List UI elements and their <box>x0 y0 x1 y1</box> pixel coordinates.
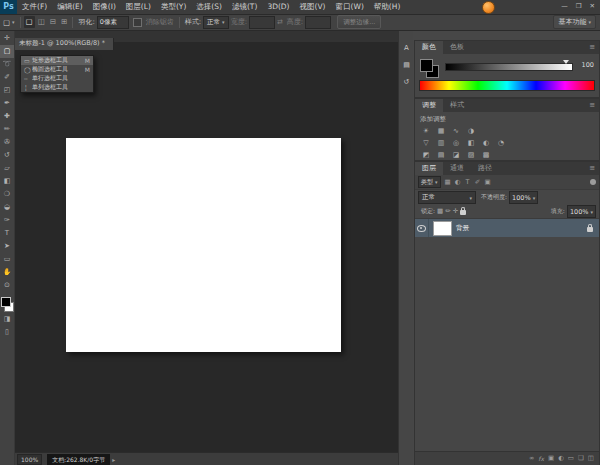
menu-item-10[interactable]: 窗口(W) <box>331 0 369 14</box>
menu-item-6[interactable]: 选择(S) <box>191 0 227 14</box>
document-tab[interactable]: 未标题-1 @ 100%(RGB/8) * <box>14 38 114 50</box>
menu-item-9[interactable]: 视图(V) <box>295 0 331 14</box>
layers-tab-2[interactable]: 通道 <box>443 162 471 175</box>
filter-adjustment-layers-icon[interactable]: ◐ <box>453 178 463 186</box>
filter-pixel-layers-icon[interactable]: ▦ <box>443 178 453 186</box>
panel-foreground-swatch[interactable] <box>420 59 433 72</box>
layers-tab-3[interactable]: 路径 <box>471 162 499 175</box>
layer-visibility-toggle[interactable] <box>415 219 429 237</box>
new-selection-icon[interactable]: ▢ <box>24 16 35 28</box>
adjustments-tab-1[interactable]: 调整 <box>415 99 443 112</box>
new-layer-icon[interactable]: ❏ <box>578 452 584 465</box>
add-layer-mask-icon[interactable]: ▣ <box>548 452 554 465</box>
fill-input[interactable]: 100% <box>567 205 596 218</box>
height-input[interactable] <box>305 16 331 29</box>
quick-mask-mode-icon[interactable]: ◨ <box>0 313 14 326</box>
adjustments-tab-2[interactable]: 样式 <box>443 99 471 112</box>
hue-saturation-icon[interactable]: ▥ <box>434 138 448 149</box>
zoom-tool[interactable]: ⊙ <box>0 279 14 292</box>
color-balance-icon[interactable]: ◎ <box>449 138 463 149</box>
tool-preset-dropdown[interactable]: ▢ <box>0 18 17 27</box>
color-slider[interactable] <box>445 63 573 71</box>
width-input[interactable] <box>249 16 275 29</box>
color-spectrum-ramp[interactable] <box>419 80 595 91</box>
refine-edge-button[interactable]: 调整边缘... <box>337 15 381 29</box>
flyout-item-2[interactable]: ◯椭圆选框工具M <box>21 65 93 74</box>
menu-item-7[interactable]: 滤镜(T) <box>227 0 262 14</box>
menu-item-8[interactable]: 3D(D) <box>262 0 294 14</box>
menu-item-4[interactable]: 图层(L) <box>121 0 156 14</box>
new-adjustment-layer-icon[interactable]: ◐ <box>558 452 564 465</box>
opacity-input[interactable]: 100% <box>509 191 538 204</box>
restore-button[interactable]: ❐ <box>572 0 586 13</box>
paragraph-panel-icon[interactable]: ▤ <box>400 59 413 71</box>
blur-tool[interactable]: ❍ <box>0 188 14 201</box>
flyout-item-1[interactable]: ▭矩形选框工具M <box>21 56 93 65</box>
color-tab-1[interactable]: 颜色 <box>415 41 443 54</box>
history-brush-tool[interactable]: ↺ <box>0 149 14 162</box>
eyedropper-tool[interactable]: ✒ <box>0 97 14 110</box>
menu-item-5[interactable]: 类型(Y) <box>156 0 191 14</box>
pen-tool[interactable]: ✑ <box>0 214 14 227</box>
zoom-level-input[interactable]: 100% <box>17 454 42 465</box>
lasso-tool[interactable]: ➰ <box>0 58 14 71</box>
layer-style-icon[interactable]: fx <box>538 452 544 465</box>
swap-dimensions-icon[interactable]: ⇄ <box>277 18 283 26</box>
brush-tool[interactable]: ✏ <box>0 123 14 136</box>
color-tab-2[interactable]: 色板 <box>443 41 471 54</box>
path-selection-tool[interactable]: ➤ <box>0 240 14 253</box>
gradient-map-icon[interactable]: ▨ <box>464 150 478 161</box>
intersect-with-selection-icon[interactable]: ⊞ <box>59 16 69 28</box>
flyout-item-4[interactable]: ╎单列选框工具 <box>21 83 93 92</box>
subtract-from-selection-icon[interactable]: ⊟ <box>48 16 58 28</box>
black-white-icon[interactable]: ◧ <box>464 138 478 149</box>
brightness-contrast-icon[interactable]: ☀ <box>419 126 433 137</box>
new-group-icon[interactable]: ▭ <box>568 452 574 465</box>
eraser-tool[interactable]: ▱ <box>0 162 14 175</box>
color-swatches[interactable] <box>0 296 14 313</box>
color-panel-menu-icon[interactable]: ≡ <box>585 41 599 54</box>
curves-icon[interactable]: ∿ <box>449 126 463 137</box>
quick-selection-tool[interactable]: ✐ <box>0 71 14 84</box>
layers-panel-menu-icon[interactable]: ≡ <box>585 162 599 175</box>
threshold-icon[interactable]: ◪ <box>449 150 463 161</box>
filter-type-select[interactable]: 类型 <box>418 176 441 188</box>
status-popup-arrow-icon[interactable]: ▸ <box>112 456 115 463</box>
antialias-checkbox[interactable] <box>133 18 142 27</box>
lock-all-icon[interactable] <box>460 210 466 215</box>
menu-item-1[interactable]: 文件(F) <box>17 0 52 14</box>
filter-shape-layers-icon[interactable]: ✐ <box>473 178 483 186</box>
slider-handle-icon[interactable] <box>563 60 569 64</box>
screen-mode-icon[interactable]: ▯ <box>0 326 14 339</box>
filter-type-layers-icon[interactable]: T <box>463 178 473 186</box>
menu-item-3[interactable]: 图像(I) <box>88 0 121 14</box>
lock-image-pixels-icon[interactable]: ✏ <box>445 205 450 218</box>
foreground-color-swatch[interactable] <box>1 297 11 307</box>
type-tool[interactable]: T <box>0 227 14 240</box>
style-select[interactable]: 正常 <box>203 16 229 29</box>
move-tool[interactable]: ✛ <box>0 32 14 45</box>
selective-color-icon[interactable]: ▩ <box>479 150 493 161</box>
menu-item-2[interactable]: 编辑(E) <box>52 0 88 14</box>
shape-tool[interactable]: ▭ <box>0 253 14 266</box>
exposure-icon[interactable]: ◑ <box>464 126 478 137</box>
dodge-tool[interactable]: ◒ <box>0 201 14 214</box>
channel-mixer-icon[interactable]: ◔ <box>494 138 508 149</box>
filter-toggle-icon[interactable] <box>590 179 596 185</box>
history-panel-icon[interactable]: ↺ <box>400 76 413 88</box>
posterize-icon[interactable]: ▤ <box>434 150 448 161</box>
color-slider-value[interactable]: 100 <box>582 61 594 69</box>
crop-tool[interactable]: ◰ <box>0 84 14 97</box>
levels-icon[interactable]: ▦ <box>434 126 448 137</box>
lock-position-icon[interactable]: ✛ <box>453 205 458 218</box>
clone-stamp-tool[interactable]: ✇ <box>0 136 14 149</box>
healing-brush-tool[interactable]: ✚ <box>0 110 14 123</box>
flyout-item-3[interactable]: ╌单行选框工具 <box>21 74 93 83</box>
adjustments-panel-menu-icon[interactable]: ≡ <box>585 99 599 112</box>
vibrance-icon[interactable]: ▽ <box>419 138 433 149</box>
canvas-area[interactable]: ▭矩形选框工具M◯椭圆选框工具M╌单行选框工具╎单列选框工具 <box>14 42 398 452</box>
filter-smart-objects-icon[interactable]: ▣ <box>483 178 493 186</box>
menu-item-11[interactable]: 帮助(H) <box>369 0 406 14</box>
gradient-tool[interactable]: ◧ <box>0 175 14 188</box>
blend-mode-select[interactable]: 正常 <box>418 191 476 204</box>
